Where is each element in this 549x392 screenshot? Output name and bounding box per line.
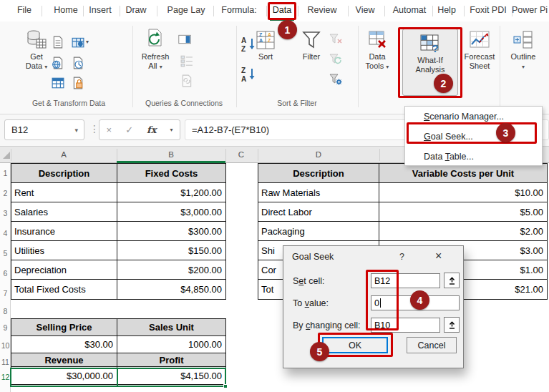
cell-b9[interactable]: Sales Unit (117, 319, 225, 335)
table-row[interactable]: DescriptionFixed Costs (11, 164, 225, 183)
column-header-b[interactable]: B (168, 150, 174, 159)
table-row[interactable]: DescriptionVariable Costs per Unit (258, 164, 547, 183)
row-header-8[interactable]: 8 (0, 307, 11, 315)
cell-b7[interactable]: $4,850.00 (117, 280, 225, 299)
row-header-3[interactable]: 3 (0, 209, 11, 217)
table-row[interactable]: Direct Labor$5.00 (258, 202, 547, 222)
recent-sources-icon[interactable] (72, 57, 84, 69)
row-header-10[interactable]: 10 (0, 341, 11, 350)
tab-home[interactable]: Home (54, 5, 77, 15)
cancel-button[interactable]: Cancel (407, 337, 457, 353)
row-header-4[interactable]: 4 (0, 229, 11, 237)
column-header-a[interactable]: A (61, 150, 67, 159)
cell-a5[interactable]: Utilities (11, 241, 117, 260)
from-text-csv-icon[interactable] (52, 36, 64, 49)
cell-b3[interactable]: $3,000.00 (117, 202, 225, 221)
cell-a9[interactable]: Selling Price (11, 319, 117, 335)
close-icon[interactable]: × (435, 250, 442, 263)
sort-button[interactable]: Z A A Z Sort (252, 30, 279, 62)
cell-a12[interactable]: $30,000.00 (11, 367, 117, 384)
select-all-corner[interactable] (3, 152, 10, 159)
table-row[interactable]: Utilities$150.00 (11, 241, 225, 260)
row-header-7[interactable]: 7 (0, 289, 11, 298)
outline-button[interactable]: Outline ▾ (504, 30, 543, 72)
table-row[interactable]: Insurance$300.00 (11, 222, 225, 241)
refresh-all-button[interactable]: Refresh All ▾ (135, 29, 175, 72)
cell-a6[interactable]: Depreciation (11, 260, 117, 279)
reapply-filter-icon[interactable] (329, 53, 342, 66)
cell-e4[interactable]: $2.00 (379, 222, 547, 240)
cell-d1[interactable]: Description (258, 164, 379, 182)
chevron-down-icon[interactable]: ▾ (170, 127, 173, 133)
row-header-5[interactable]: 5 (0, 249, 11, 258)
tab-file[interactable]: File (17, 5, 31, 15)
table-row[interactable]: RevenueProfit (11, 353, 225, 367)
table-row[interactable]: Total Fixed Costs$4,850.00 (11, 280, 225, 299)
tab-review[interactable]: Review (308, 5, 337, 15)
get-data-button[interactable]: Get Data ▾ (17, 29, 56, 72)
row-header-12[interactable]: 12 (0, 373, 11, 381)
table-row[interactable]: Raw Materials$10.00 (258, 183, 547, 202)
forecast-sheet-button[interactable]: Forecast Sheet (461, 30, 498, 71)
confirm-entry-icon[interactable]: ✓ (125, 124, 133, 135)
table-row[interactable]: Packaging$2.00 (258, 222, 547, 241)
table-row[interactable]: Selling PriceSales Unit (11, 319, 225, 336)
row-header-11[interactable]: 11 (0, 358, 11, 366)
tab-insert[interactable]: Insert (89, 5, 111, 15)
cell-a11[interactable]: Revenue (11, 353, 117, 366)
help-icon[interactable]: ? (399, 252, 404, 262)
range-picker-icon[interactable] (444, 317, 460, 333)
menu-item-goal-seek[interactable]: Goal Seek... (405, 127, 542, 147)
tab-view[interactable]: View (356, 5, 375, 15)
table-row[interactable]: $30.001000.00 (11, 336, 225, 353)
cell-d3[interactable]: Direct Labor (258, 202, 379, 221)
cell-b11[interactable]: Profit (117, 353, 225, 366)
queries-connections-pane-icon[interactable] (178, 33, 191, 46)
row-header-2[interactable]: 2 (0, 189, 11, 197)
advanced-filter-icon[interactable] (329, 73, 342, 86)
edit-links-icon[interactable] (180, 74, 193, 87)
range-picker-icon[interactable] (444, 273, 460, 288)
cancel-entry-icon[interactable]: × (107, 124, 112, 135)
sort-z-to-a-icon[interactable]: ZA (241, 66, 258, 83)
tab-data[interactable]: Data (273, 5, 291, 15)
cell-e3[interactable]: $5.00 (379, 202, 547, 221)
tab-formulas[interactable]: Formula: (221, 5, 256, 15)
table-row[interactable]: Depreciation$200.00 (11, 260, 225, 280)
menu-item-data-table[interactable]: Data Table... (405, 147, 542, 167)
cell-b1[interactable]: Fixed Costs (117, 164, 225, 182)
cell-b5[interactable]: $150.00 (117, 241, 225, 260)
tab-automate[interactable]: Automat (393, 5, 427, 15)
chevron-down-icon[interactable]: ▾ (74, 127, 78, 134)
ok-button[interactable]: OK (322, 337, 388, 353)
cell-a2[interactable]: Rent (11, 183, 117, 202)
cell-a10[interactable]: $30.00 (11, 336, 117, 353)
name-box[interactable]: B12 ▾ (4, 119, 84, 140)
menu-item-scenario-manager[interactable]: Scenario Manager... (405, 107, 542, 127)
cell-d2[interactable]: Raw Materials (258, 183, 379, 202)
cell-b10[interactable]: 1000.00 (117, 336, 225, 353)
cell-d4[interactable]: Packaging (258, 222, 379, 240)
column-header-d[interactable]: D (316, 150, 321, 159)
tab-draw[interactable]: Draw (125, 5, 146, 15)
from-picture-icon[interactable] (72, 36, 84, 49)
filter-button[interactable]: Filter (295, 30, 328, 62)
from-web-icon[interactable] (52, 57, 64, 69)
column-header-c[interactable]: C (238, 150, 244, 159)
tab-power-pivot[interactable]: Power Pi (512, 5, 548, 15)
chevron-down-icon[interactable]: ▾ (86, 39, 89, 45)
data-tools-button[interactable]: Data Tools ▾ (359, 30, 395, 72)
cell-b12[interactable]: $4,150.00 (117, 367, 225, 384)
table-row[interactable]: $30,000.00$4,150.00 (11, 367, 225, 384)
cell-e2[interactable]: $10.00 (379, 183, 547, 202)
cell-b4[interactable]: $300.00 (117, 222, 225, 240)
set-cell-input[interactable] (371, 273, 440, 288)
clear-filter-icon[interactable] (329, 33, 342, 46)
cell-a3[interactable]: Salaries (11, 202, 117, 221)
table-row[interactable]: Rent$1,200.00 (11, 183, 225, 202)
cell-b2[interactable]: $1,200.00 (117, 183, 225, 202)
cell-a4[interactable]: Insurance (11, 222, 117, 240)
row-header-9[interactable]: 9 (0, 323, 11, 332)
tab-page-layout[interactable]: Page Lay (167, 5, 205, 15)
row-header-6[interactable]: 6 (0, 269, 11, 278)
